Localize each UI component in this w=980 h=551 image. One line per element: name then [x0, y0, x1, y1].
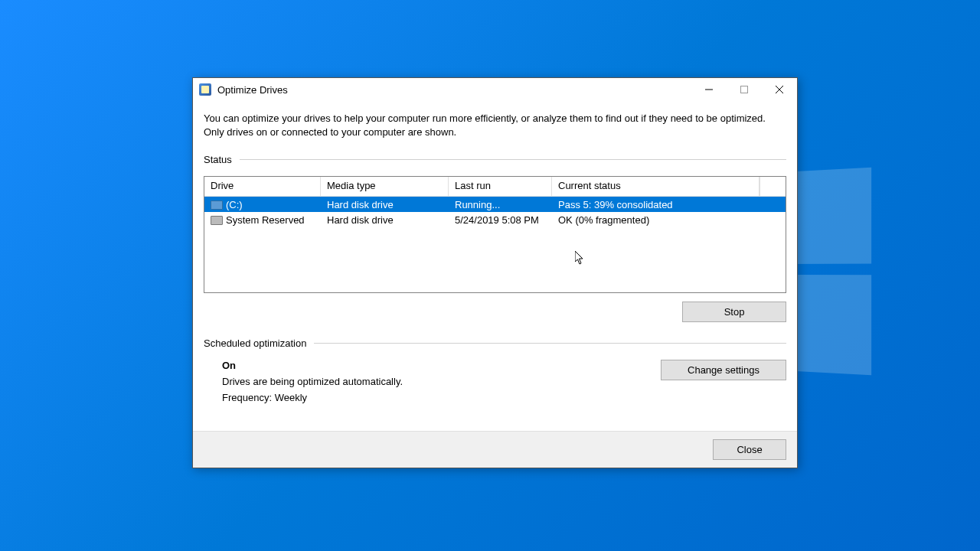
scheduled-label: Scheduled optimization	[204, 337, 306, 349]
close-dialog-button[interactable]: Close	[713, 439, 786, 460]
col-header-media[interactable]: Media type	[321, 177, 449, 197]
maximize-button[interactable]	[727, 78, 762, 101]
table-body: (C:) Hard disk drive Running... Pass 5: …	[204, 197, 786, 292]
current-status: OK (0% fragmented)	[552, 214, 786, 226]
drive-icon	[211, 216, 223, 225]
col-header-drive[interactable]: Drive	[204, 177, 321, 197]
scheduled-frequency: Frequency: Weekly	[222, 392, 661, 403]
drive-name: (C:)	[226, 199, 243, 210]
media-type: Hard disk drive	[321, 199, 449, 210]
drive-icon	[211, 201, 223, 210]
scheduled-section-header: Scheduled optimization	[204, 337, 786, 349]
titlebar[interactable]: Optimize Drives	[193, 78, 797, 101]
col-scroll-spacer	[760, 177, 786, 197]
dialog-footer: Close	[193, 431, 797, 468]
scheduled-state: On	[222, 360, 661, 371]
drive-name: System Reserved	[226, 214, 305, 226]
svg-rect-1	[741, 86, 748, 93]
media-type: Hard disk drive	[321, 214, 449, 226]
optimize-drives-dialog: Optimize Drives You can optimize your dr…	[192, 77, 798, 468]
table-row[interactable]: System Reserved Hard disk drive 5/24/201…	[204, 212, 786, 227]
change-settings-button[interactable]: Change settings	[661, 360, 786, 380]
scheduled-text: On Drives are being optimized automatica…	[222, 360, 661, 408]
scheduled-desc: Drives are being optimized automatically…	[222, 376, 661, 387]
close-button[interactable]	[762, 78, 797, 101]
status-section-header: Status	[204, 154, 786, 165]
current-status: Pass 5: 39% consolidated	[552, 199, 786, 210]
col-header-last[interactable]: Last run	[449, 177, 552, 197]
drives-table: Drive Media type Last run Current status…	[204, 176, 786, 293]
window-title: Optimize Drives	[217, 84, 691, 96]
status-label: Status	[204, 154, 232, 165]
minimize-button[interactable]	[691, 78, 727, 101]
last-run: Running...	[449, 199, 552, 210]
last-run: 5/24/2019 5:08 PM	[449, 214, 552, 226]
app-icon	[199, 83, 211, 96]
stop-button[interactable]: Stop	[682, 302, 786, 322]
description-text: You can optimize your drives to help you…	[204, 112, 786, 139]
table-row[interactable]: (C:) Hard disk drive Running... Pass 5: …	[204, 197, 786, 212]
table-header: Drive Media type Last run Current status	[204, 177, 786, 197]
col-header-status[interactable]: Current status	[552, 177, 760, 197]
